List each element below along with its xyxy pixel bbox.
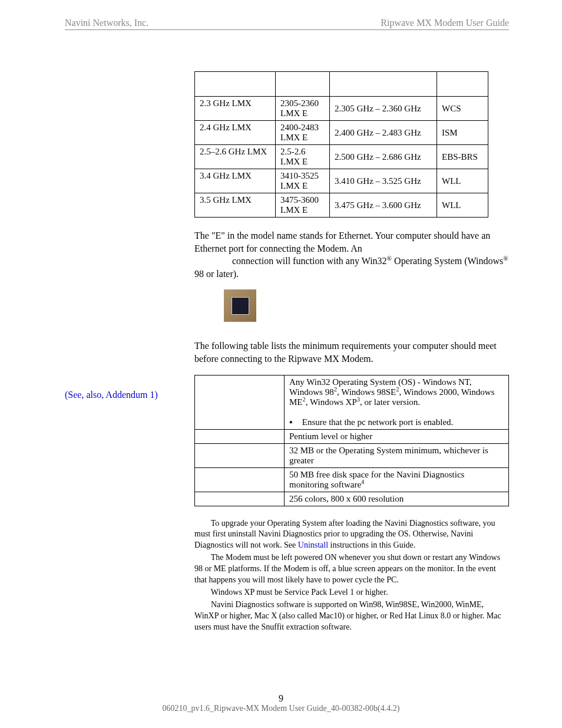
footnote-4: Navini Diagnostics software is supported… <box>194 599 509 633</box>
requirements-intro: The following table lists the minimum re… <box>194 340 509 365</box>
table-row: 32 MB or the Operating System minimum, w… <box>195 443 509 467</box>
addendum-link[interactable]: (See, also, Addendum 1) <box>65 390 158 400</box>
table-row: 3.5 GHz LMX 3475-3600LMX E 3.475 GHz – 3… <box>195 193 488 218</box>
table-row: 256 colors, 800 x 600 resolution <box>195 492 509 506</box>
bullet-icon: ▪ <box>289 417 300 427</box>
table-row: 2.4 GHz LMX 2400-2483LMX E 2.400 GHz – 2… <box>195 121 488 145</box>
header-company: Navini Networks, Inc. <box>65 18 148 28</box>
table-header-row <box>195 72 488 97</box>
document-id: 060210_pv1.6_Ripwave-MX Modem User Guide… <box>0 704 562 713</box>
page-footer: 9 060210_pv1.6_Ripwave-MX Modem User Gui… <box>0 693 562 713</box>
table-row: 2.5–2.6 GHz LMX 2.5-2.6LMX E 2.500 GHz –… <box>195 145 488 169</box>
footnotes: To upgrade your Operating System after l… <box>194 518 509 633</box>
page-number: 9 <box>0 693 562 704</box>
header-title: Ripwave MX Modem User Guide <box>381 18 509 28</box>
table-row: 3.4 GHz LMX 3410-3525LMX E 3.410 GHz – 3… <box>195 169 488 193</box>
sidebar: (See, also, Addendum 1) <box>65 71 183 634</box>
ethernet-port-image <box>224 289 256 322</box>
uninstall-link[interactable]: Uninstall <box>298 541 328 549</box>
footnote-1: To upgrade your Operating System after l… <box>194 518 509 552</box>
frequency-table: 2.3 GHz LMX 2305-2360LMX E 2.305 GHz – 2… <box>194 71 488 218</box>
ethernet-paragraph: The "E" in the model name stands for Eth… <box>194 229 509 280</box>
table-row: 50 MB free disk space for the Navini Dia… <box>195 467 509 492</box>
footnote-2: The Modem must be left powered ON whenev… <box>194 552 509 586</box>
table-row: 2.3 GHz LMX 2305-2360LMX E 2.305 GHz – 2… <box>195 97 488 121</box>
requirements-table: Any Win32 Operating System (OS) - Window… <box>194 375 509 506</box>
table-row: Pentium level or higher <box>195 429 509 443</box>
cell-name: 2.3 GHz LMX <box>195 97 276 121</box>
footnote-3: Windows XP must be Service Pack Level 1 … <box>194 587 509 598</box>
page-header: Navini Networks, Inc. Ripwave MX Modem U… <box>65 18 509 30</box>
main-content: 2.3 GHz LMX 2305-2360LMX E 2.305 GHz – 2… <box>194 71 509 634</box>
table-row: Any Win32 Operating System (OS) - Window… <box>195 375 509 429</box>
